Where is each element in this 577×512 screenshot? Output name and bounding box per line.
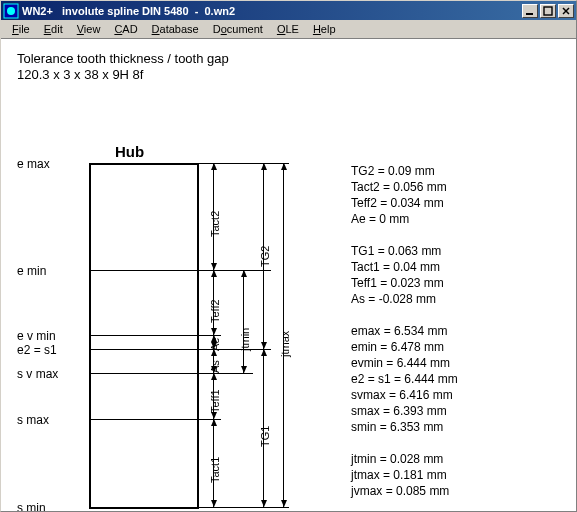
window-title: WN2+ involute spline DIN 5480 - 0.wn2 <box>22 5 520 17</box>
menu-document[interactable]: Document <box>206 21 270 37</box>
values-panel: TG2 = 0.09 mm Tact2 = 0.056 mm Teff2 = 0… <box>351 163 458 512</box>
dimtext-teff1: Teff1 <box>209 389 221 413</box>
menu-database[interactable]: Database <box>145 21 206 37</box>
dimtext-tact2: Tact2 <box>209 211 221 237</box>
line-smax <box>89 419 221 420</box>
line-evmin <box>89 335 221 336</box>
menu-bar: File Edit View CAD Database Document OLE… <box>1 20 576 39</box>
heading-line2: 120.3 x 3 x 38 x 9H 8f <box>17 67 560 83</box>
dimtext-tact1: Tact1 <box>209 457 221 483</box>
menu-help[interactable]: Help <box>306 21 343 37</box>
val-evmin: evmin = 6.444 mm <box>351 355 458 371</box>
tolerance-diagram: Hub Shaft e max e min e v min e2 = s1 s … <box>17 107 357 512</box>
svg-point-1 <box>7 7 15 15</box>
menu-view[interactable]: View <box>70 21 108 37</box>
label-evmin: e v min <box>17 329 83 343</box>
minimize-button[interactable] <box>522 4 538 18</box>
line-emax <box>89 163 289 164</box>
val-smin: smin = 6.353 mm <box>351 419 458 435</box>
maximize-button[interactable] <box>540 4 556 18</box>
val-tg1: TG1 = 0.063 mm <box>351 243 458 259</box>
heading-block: Tolerance tooth thickness / tooth gap 12… <box>17 51 560 83</box>
svg-rect-3 <box>544 7 552 15</box>
diagram-box <box>89 163 199 509</box>
val-ae: Ae = 0 mm <box>351 211 458 227</box>
val-jtmax: jtmax = 0.181 mm <box>351 467 458 483</box>
val-jvmax: jvmax = 0.085 mm <box>351 483 458 499</box>
val-teff2: Teff2 = 0.034 mm <box>351 195 458 211</box>
value-group-2: TG1 = 0.063 mm Tact1 = 0.04 mm Teff1 = 0… <box>351 243 458 307</box>
label-smax: s max <box>17 413 83 427</box>
dimtext-tg1: TG1 <box>259 426 271 447</box>
val-as: As = -0.028 mm <box>351 291 458 307</box>
value-group-3: emax = 6.534 mm emin = 6.478 mm evmin = … <box>351 323 458 435</box>
line-svmax <box>89 373 253 374</box>
menu-edit[interactable]: Edit <box>37 21 70 37</box>
value-group-4: jtmin = 0.028 mm jtmax = 0.181 mm jvmax … <box>351 451 458 499</box>
line-smin <box>89 507 289 508</box>
val-emax: emax = 6.534 mm <box>351 323 458 339</box>
title-bar: WN2+ involute spline DIN 5480 - 0.wn2 <box>1 1 576 20</box>
label-svmax: s v max <box>17 367 83 381</box>
val-e2s1: e2 = s1 = 6.444 mm <box>351 371 458 387</box>
client-area: Tolerance tooth thickness / tooth gap 12… <box>1 39 576 511</box>
dimtext-teff2: Teff2 <box>209 299 221 323</box>
dimtext-jtmax: jtmax <box>279 331 291 357</box>
dim-jtmin <box>243 270 244 373</box>
menu-file[interactable]: File <box>5 21 37 37</box>
val-jtmin: jtmin = 0.028 mm <box>351 451 458 467</box>
val-tact2: Tact2 = 0.056 mm <box>351 179 458 195</box>
val-teff1: Teff1 = 0.023 mm <box>351 275 458 291</box>
dimtext-jtmin: jtmin <box>239 328 251 351</box>
close-button[interactable] <box>558 4 574 18</box>
val-svmax: svmax = 6.416 mm <box>351 387 458 403</box>
value-group-1: TG2 = 0.09 mm Tact2 = 0.056 mm Teff2 = 0… <box>351 163 458 227</box>
val-smax: smax = 6.393 mm <box>351 403 458 419</box>
label-e2s1: e2 = s1 <box>17 343 83 357</box>
label-smin: s min <box>17 501 83 512</box>
val-tg2: TG2 = 0.09 mm <box>351 163 458 179</box>
val-tact1: Tact1 = 0.04 mm <box>351 259 458 275</box>
dimtext-as: As <box>209 360 221 373</box>
val-emin: emin = 6.478 mm <box>351 339 458 355</box>
label-emin: e min <box>17 264 83 278</box>
hub-label: Hub <box>115 143 144 160</box>
heading-line1: Tolerance tooth thickness / tooth gap <box>17 51 560 67</box>
label-emax: e max <box>17 157 83 171</box>
menu-ole[interactable]: OLE <box>270 21 306 37</box>
svg-rect-2 <box>526 13 533 15</box>
window-buttons <box>520 4 574 18</box>
dimtext-tg2: TG2 <box>259 246 271 267</box>
app-icon <box>3 3 19 19</box>
menu-cad[interactable]: CAD <box>107 21 144 37</box>
